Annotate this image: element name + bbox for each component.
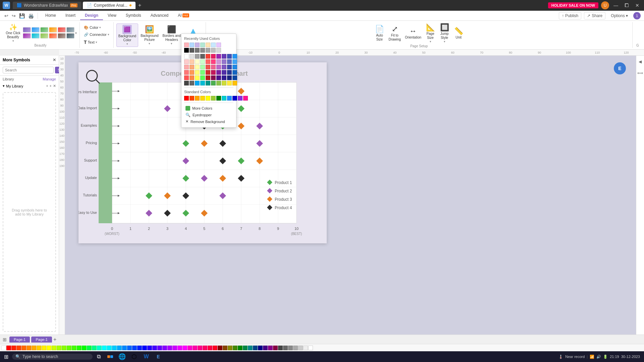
- sw-28[interactable]: [147, 346, 152, 350]
- sw-29[interactable]: [152, 346, 157, 350]
- user-avatar[interactable]: U: [601, 1, 609, 9]
- panel-collapse-btn[interactable]: ◀: [637, 58, 644, 65]
- p3-10[interactable]: [232, 65, 237, 69]
- theme-7[interactable]: [23, 33, 31, 39]
- std-3[interactable]: [195, 96, 200, 101]
- sw-34[interactable]: [177, 346, 182, 350]
- library-expand-arrow[interactable]: ▾: [3, 84, 5, 88]
- sw-13[interactable]: [72, 346, 76, 350]
- p5-6[interactable]: [211, 75, 216, 80]
- p1-3[interactable]: [195, 54, 200, 59]
- recent-8[interactable]: [184, 48, 189, 53]
- recent-4[interactable]: [200, 43, 205, 47]
- sw-44[interactable]: [228, 346, 232, 350]
- p6-9[interactable]: [227, 81, 232, 85]
- sw-52[interactable]: [268, 346, 273, 350]
- sw-11[interactable]: [62, 346, 66, 350]
- sw-30[interactable]: [157, 346, 162, 350]
- p3-6[interactable]: [211, 65, 216, 69]
- p4-2[interactable]: [190, 70, 194, 75]
- p1-7[interactable]: [216, 54, 221, 59]
- recent-3[interactable]: [195, 43, 200, 47]
- task-view-btn[interactable]: ⧉: [94, 352, 103, 361]
- sw-14[interactable]: [77, 346, 82, 350]
- orientation-btn[interactable]: ↔ Orientation: [403, 26, 423, 41]
- recent-10[interactable]: [195, 48, 200, 53]
- p4-5[interactable]: [206, 70, 210, 75]
- page-tab-1[interactable]: Page-1: [9, 337, 30, 343]
- recent-7[interactable]: [216, 43, 221, 47]
- sw-39[interactable]: [203, 346, 207, 350]
- sw-56[interactable]: [288, 346, 293, 350]
- qa-redo[interactable]: ↪: [11, 12, 17, 19]
- jump-style-btn[interactable]: 🔲 JumpStyle ▾: [438, 22, 451, 44]
- p5-10[interactable]: [232, 75, 237, 80]
- sw-31[interactable]: [162, 346, 167, 350]
- theme-2[interactable]: [32, 27, 40, 33]
- sw-16[interactable]: [87, 346, 92, 350]
- p3-9[interactable]: [227, 65, 232, 69]
- p3-1[interactable]: [184, 65, 189, 69]
- p4-7[interactable]: [216, 70, 221, 75]
- sw-7[interactable]: [42, 346, 46, 350]
- tab-competitive-anal[interactable]: 📄 Competitive Anal...: [83, 2, 136, 9]
- p6-6[interactable]: [211, 81, 216, 85]
- sw-57[interactable]: [293, 346, 298, 350]
- tab-edrawmax[interactable]: 🟦 Wondershare EdrawMax Pro: [13, 2, 82, 9]
- sw-6[interactable]: [37, 346, 41, 350]
- theme-9[interactable]: [40, 33, 48, 39]
- file-explorer-btn[interactable]: [105, 352, 115, 361]
- p5-8[interactable]: [222, 75, 226, 80]
- sw-45[interactable]: [233, 346, 237, 350]
- eyedropper-btn[interactable]: 🔍 Eyedropper: [184, 112, 233, 118]
- user-count-btn[interactable]: 1: [633, 12, 641, 19]
- std-8[interactable]: [222, 96, 226, 101]
- p6-8[interactable]: [222, 81, 226, 85]
- theme-11[interactable]: [58, 33, 66, 39]
- p6-10[interactable]: [232, 81, 237, 85]
- close-btn[interactable]: ✕: [633, 1, 641, 9]
- qa-print[interactable]: 🖨️: [27, 12, 35, 19]
- edraw-btn[interactable]: E: [153, 352, 164, 361]
- p2-7[interactable]: [216, 59, 221, 64]
- sw-27[interactable]: [142, 346, 147, 350]
- browser-btn[interactable]: 🌐: [117, 352, 127, 361]
- recent-5[interactable]: [206, 43, 210, 47]
- p6-1[interactable]: [184, 81, 189, 85]
- share-btn[interactable]: ↗ Share: [584, 12, 605, 19]
- sw-46[interactable]: [238, 346, 243, 350]
- theme-12[interactable]: [66, 33, 74, 39]
- p1-2[interactable]: [190, 54, 194, 59]
- close-library-icon[interactable]: ✕: [53, 84, 56, 88]
- std-12[interactable]: [243, 96, 248, 101]
- recent-6[interactable]: [211, 43, 216, 47]
- recent-12[interactable]: [206, 48, 210, 53]
- p1-8[interactable]: [222, 54, 226, 59]
- sw-47[interactable]: [243, 346, 248, 350]
- sw-2[interactable]: [16, 346, 21, 350]
- swatch-none[interactable]: [1, 346, 6, 350]
- edge-btn[interactable]: ⬡: [129, 352, 140, 361]
- p6-5[interactable]: [206, 81, 210, 85]
- std-9[interactable]: [227, 96, 232, 101]
- sw-20[interactable]: [107, 346, 112, 350]
- sw-8[interactable]: [47, 346, 51, 350]
- sw-41[interactable]: [213, 346, 217, 350]
- sw-9[interactable]: [52, 346, 56, 350]
- p3-3[interactable]: [195, 65, 200, 69]
- theme-8[interactable]: [32, 33, 40, 39]
- sw-19[interactable]: [102, 346, 107, 350]
- p3-2[interactable]: [190, 65, 194, 69]
- network-icon[interactable]: 📶: [590, 355, 594, 359]
- p2-8[interactable]: [222, 59, 226, 64]
- p4-10[interactable]: [232, 70, 237, 75]
- theme-6[interactable]: [66, 27, 74, 33]
- tab-home[interactable]: Home: [41, 11, 61, 20]
- recent-2[interactable]: [190, 43, 194, 47]
- publish-btn[interactable]: ↑ Publish: [559, 12, 581, 19]
- manage-btn[interactable]: Manage: [43, 77, 56, 81]
- p4-8[interactable]: [222, 70, 226, 75]
- sw-1[interactable]: [11, 346, 16, 350]
- theme-scroll-arrow[interactable]: ▾: [75, 31, 77, 35]
- tab-ai[interactable]: AI Hot: [173, 11, 194, 20]
